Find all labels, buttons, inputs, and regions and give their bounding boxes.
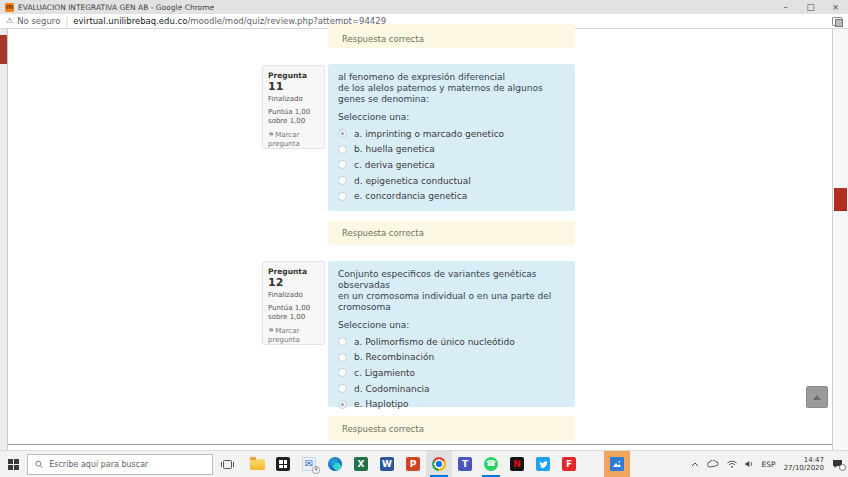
- option-row[interactable]: c. deriva genetica: [338, 157, 565, 173]
- search-input[interactable]: [49, 460, 205, 469]
- action-center-button[interactable]: [832, 459, 843, 469]
- taskbar-app-photos[interactable]: [604, 451, 630, 477]
- taskbar-app-word[interactable]: W: [374, 451, 400, 477]
- left-scrollbar-thumb[interactable]: [0, 35, 7, 64]
- taskbar-app-flipboard[interactable]: F: [556, 451, 582, 477]
- maximize-button[interactable]: □: [798, 0, 823, 14]
- onedrive-tray-button[interactable]: [707, 460, 719, 468]
- option-row[interactable]: e. Haplotipo: [338, 396, 565, 412]
- powerpoint-icon: P: [406, 457, 420, 471]
- taskbar-app-chrome[interactable]: [426, 451, 452, 477]
- taskbar-app-mail[interactable]: ✉4: [296, 451, 322, 477]
- url-separator: |: [65, 16, 68, 26]
- flag-label-line2[interactable]: pregunta: [268, 140, 319, 149]
- option-row[interactable]: d. epigenetica conductual: [338, 173, 565, 189]
- excel-icon: X: [354, 457, 368, 471]
- network-tray-button[interactable]: [727, 460, 737, 468]
- tray-expand-button[interactable]: [691, 462, 699, 467]
- option-label: b. huella genetica: [354, 144, 435, 154]
- flag-question-link[interactable]: ⚑Marcar pregunta: [268, 327, 319, 345]
- taskbar-app-netflix[interactable]: N: [504, 451, 530, 477]
- taskbar-search[interactable]: [27, 454, 213, 475]
- radio-button[interactable]: [338, 160, 347, 169]
- question-state: Finalizado: [268, 291, 319, 299]
- question-grade-line2: sobre 1,00: [268, 313, 319, 322]
- radio-button[interactable]: [338, 368, 347, 377]
- radio-button[interactable]: [338, 145, 347, 154]
- option-label: d. epigenetica conductual: [354, 176, 471, 186]
- taskbar-app-twitter[interactable]: [530, 451, 556, 477]
- warning-icon: ⚠: [6, 17, 13, 25]
- option-row[interactable]: d. Codominancia: [338, 381, 565, 397]
- chevron-up-icon: [813, 395, 821, 400]
- flag-icon: ⚑: [268, 327, 274, 335]
- chevron-up-icon: [691, 462, 699, 467]
- flag-question-link[interactable]: ⚑Marcar pregunta: [268, 131, 319, 149]
- radio-button[interactable]: [338, 337, 347, 346]
- option-row[interactable]: b. huella genetica: [338, 142, 565, 158]
- radio-button[interactable]: [338, 192, 347, 201]
- question-grade-line1: Puntúa 1,00: [268, 108, 319, 117]
- taskbar-app-file-explorer[interactable]: [244, 451, 270, 477]
- taskbar-app-edge[interactable]: [322, 451, 348, 477]
- option-row[interactable]: a. Polimorfismo de único nucleótido: [338, 334, 565, 350]
- taskbar: ✉4XWPT☎NF: [0, 450, 848, 477]
- security-label[interactable]: No seguro: [17, 16, 60, 26]
- taskbar-app-powerpoint[interactable]: P: [400, 451, 426, 477]
- taskbar-app-microsoft-store[interactable]: [270, 451, 296, 477]
- word-icon: W: [380, 457, 394, 471]
- images-blocked-icon[interactable]: [832, 17, 842, 26]
- url-domain[interactable]: evirtual.unilibrebaq.edu.co: [73, 16, 187, 26]
- task-view-button[interactable]: [213, 451, 241, 477]
- taskbar-apps: ✉4XWPT☎NF: [244, 451, 630, 477]
- right-scrollbar-thumb[interactable]: [834, 188, 847, 211]
- back-to-top-button[interactable]: [806, 386, 828, 408]
- radio-button[interactable]: [338, 400, 347, 409]
- radio-button[interactable]: [338, 384, 347, 393]
- question-11-body: al fenomeno de expresión diferencial de …: [328, 64, 575, 211]
- start-button[interactable]: [0, 451, 27, 477]
- question-number: 12: [268, 276, 283, 289]
- chrome-icon: [432, 457, 446, 471]
- mail-badge: 4: [312, 466, 320, 474]
- left-scrollbar-track[interactable]: [0, 29, 8, 450]
- edge-icon: [328, 457, 342, 471]
- flag-label-line2[interactable]: pregunta: [268, 336, 319, 345]
- question-text: Conjunto especificos de variantes genéti…: [338, 269, 565, 313]
- option-row[interactable]: a. imprinting o marcado genetico: [338, 126, 565, 142]
- whatsapp-icon: ☎: [484, 457, 498, 471]
- page-viewport: Respuesta correcta Pregunta 11 Finalizad…: [0, 29, 848, 450]
- feedback-box-question-11: Respuesta correcta: [328, 221, 575, 245]
- window-titlebar: m EVALUACION INTEGRATIVA GEN AB - Google…: [0, 0, 848, 14]
- language-indicator[interactable]: ESP: [762, 460, 776, 469]
- option-label: a. imprinting o marcado genetico: [354, 129, 504, 139]
- flag-label-line1[interactable]: Marcar: [275, 327, 299, 335]
- question-12-body: Conjunto especificos de variantes genéti…: [328, 261, 575, 407]
- question-text-line: en un cromosoma individual o en una part…: [338, 291, 565, 302]
- option-row[interactable]: e. concordancia genetica: [338, 188, 565, 204]
- radio-button[interactable]: [338, 129, 347, 138]
- taskbar-app-whatsapp[interactable]: ☎: [478, 451, 504, 477]
- minimize-button[interactable]: –: [773, 0, 798, 14]
- options-list: a. Polimorfismo de único nucleótido b. R…: [338, 334, 565, 412]
- question-label: Pregunta: [268, 267, 307, 276]
- volume-tray-button[interactable]: [745, 460, 754, 468]
- taskbar-clock[interactable]: 14:47 27/10/2020: [784, 456, 824, 473]
- question-grade-line1: Puntúa 1,00: [268, 304, 319, 313]
- radio-button[interactable]: [338, 176, 347, 185]
- right-scrollbar-track[interactable]: [832, 29, 848, 450]
- microsoft-store-icon: [276, 457, 290, 471]
- option-row[interactable]: b. Recombinación: [338, 350, 565, 366]
- flag-label-line1[interactable]: Marcar: [275, 131, 299, 139]
- netflix-icon: N: [510, 457, 524, 471]
- radio-button[interactable]: [338, 353, 347, 362]
- option-label: b. Recombinación: [354, 352, 434, 362]
- question-12-info-panel: Pregunta 12 Finalizado Puntúa 1,00 sobre…: [262, 261, 325, 345]
- taskbar-app-teams[interactable]: T: [452, 451, 478, 477]
- question-text: al fenomeno de expresión diferencial de …: [338, 72, 565, 105]
- taskbar-app-excel[interactable]: X: [348, 451, 374, 477]
- cloud-icon: [707, 460, 719, 468]
- option-row[interactable]: c. Ligamiento: [338, 365, 565, 381]
- close-button[interactable]: ×: [823, 0, 848, 14]
- feedback-box-top: Respuesta correcta: [328, 24, 575, 48]
